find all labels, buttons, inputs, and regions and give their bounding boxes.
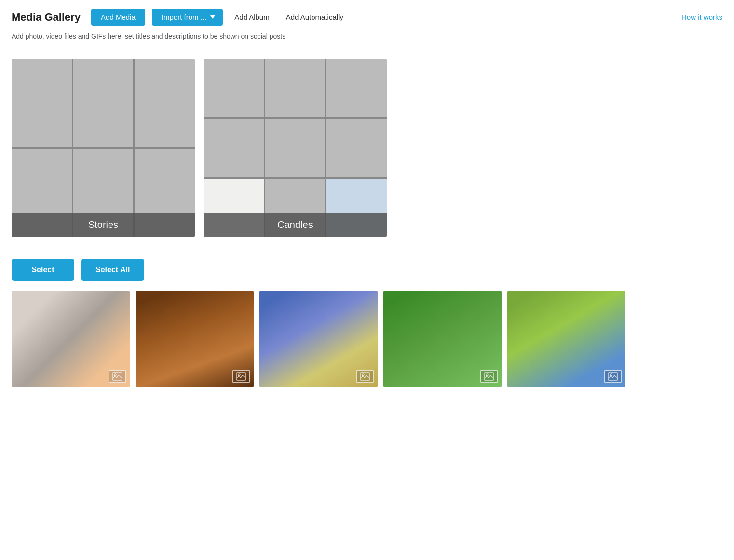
- mosaic-cell: [135, 59, 195, 147]
- svg-rect-6: [484, 373, 494, 380]
- select-buttons-row: Select Select All: [12, 259, 722, 281]
- page-header: Media Gallery Add Media Import from ... …: [0, 0, 734, 32]
- media-item[interactable]: [383, 291, 502, 387]
- svg-point-5: [362, 374, 364, 376]
- candles-mosaic: [204, 59, 387, 237]
- media-item[interactable]: [507, 291, 625, 387]
- mosaic-cell: [204, 59, 264, 117]
- mosaic-cell: [265, 59, 326, 117]
- svg-point-1: [114, 374, 116, 376]
- import-label: Import from ...: [162, 13, 206, 21]
- media-item[interactable]: [136, 291, 254, 387]
- mosaic-cell: [326, 59, 387, 117]
- svg-point-9: [610, 374, 612, 376]
- media-type-icon: [356, 370, 374, 383]
- mosaic-cell: [326, 119, 387, 177]
- media-type-icon: [480, 370, 498, 383]
- add-media-button[interactable]: Add Media: [91, 9, 145, 26]
- chevron-down-icon: [210, 15, 215, 19]
- media-type-icon: [232, 370, 250, 383]
- select-all-button[interactable]: Select All: [81, 259, 144, 281]
- media-item[interactable]: [12, 291, 130, 387]
- media-item[interactable]: [259, 291, 378, 387]
- media-type-icon: [109, 370, 126, 383]
- album-label-candles: Candles: [204, 213, 387, 237]
- how-it-works-link[interactable]: How it works: [681, 13, 722, 21]
- select-button[interactable]: Select: [12, 259, 74, 281]
- stories-mosaic: [12, 59, 195, 237]
- media-grid: [12, 291, 722, 387]
- album-tile-candles[interactable]: Candles: [204, 59, 387, 237]
- page-title: Media Gallery: [12, 11, 81, 24]
- mosaic-cell: [73, 59, 134, 147]
- svg-rect-4: [360, 373, 370, 380]
- media-type-icon: [604, 370, 622, 383]
- subtitle-text: Add photo, video files and GIFs here, se…: [0, 32, 734, 48]
- svg-rect-8: [608, 373, 618, 380]
- svg-point-7: [486, 374, 488, 376]
- svg-point-3: [238, 374, 240, 376]
- svg-rect-0: [112, 373, 122, 380]
- mosaic-cell: [265, 119, 326, 177]
- add-album-button[interactable]: Add Album: [230, 9, 274, 26]
- mosaic-cell: [204, 119, 264, 177]
- svg-rect-2: [236, 373, 246, 380]
- import-from-button[interactable]: Import from ...: [152, 9, 223, 26]
- media-section: Select Select All: [0, 248, 734, 398]
- add-automatically-button[interactable]: Add Automatically: [281, 9, 348, 26]
- album-tile-stories[interactable]: Stories: [12, 59, 195, 237]
- album-label-stories: Stories: [12, 213, 195, 237]
- albums-section: Stories Candles: [0, 48, 734, 248]
- mosaic-cell: [12, 59, 72, 147]
